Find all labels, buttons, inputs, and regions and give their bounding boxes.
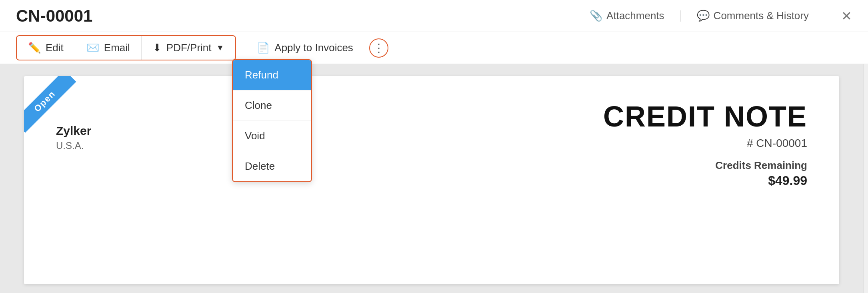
credits-remaining-label: Credits Remaining [603,159,807,172]
page-title: CN-00001 [16,6,92,26]
more-options-button[interactable]: ⋮ [369,38,388,58]
comments-history-button[interactable]: 💬 Comments & History [697,10,809,22]
header-divider-2 [825,10,825,22]
credit-note-title: CREDIT NOTE [603,100,807,133]
attachments-icon: 📎 [590,10,602,22]
close-button[interactable]: ✕ [841,8,852,24]
credits-remaining-value: $49.99 [603,173,807,188]
toolbar-primary-group: ✏️ Edit ✉️ Email ⬇ PDF/Print ▼ [16,35,236,60]
right-scrollbar[interactable] [863,64,868,293]
attachments-label: Attachments [606,10,664,22]
dropdown-item-refund[interactable]: Refund [233,60,311,90]
email-label: Email [104,42,130,54]
attachments-button[interactable]: 📎 Attachments [590,10,664,22]
email-button[interactable]: ✉️ Email [75,36,142,60]
edit-button[interactable]: ✏️ Edit [17,36,75,60]
dropdown-item-clone[interactable]: Clone [233,90,311,121]
dropdown-item-void[interactable]: Void [233,121,311,151]
pdf-icon: ⬇ [153,42,162,54]
apply-invoices-button[interactable]: 📄 Apply to Invoices [244,36,366,60]
document-paper: Open Zylker U.S.A. CREDIT NOTE # CN-0000… [24,76,839,284]
apply-invoices-label: Apply to Invoices [274,42,353,54]
content-area: Open Zylker U.S.A. CREDIT NOTE # CN-0000… [0,64,868,293]
header-divider [680,10,681,22]
dropdown-item-delete[interactable]: Delete [233,151,311,181]
pdf-print-button[interactable]: ⬇ PDF/Print ▼ [142,36,235,60]
comments-icon: 💬 [697,10,710,22]
comments-label: Comments & History [714,10,809,22]
more-options-dropdown: Refund Clone Void Delete [232,59,312,182]
edit-label: Edit [46,42,64,54]
document-area: Open Zylker U.S.A. CREDIT NOTE # CN-0000… [0,64,863,293]
edit-icon: ✏️ [28,42,41,54]
more-icon: ⋮ [373,41,384,54]
invoice-icon: 📄 [257,42,270,54]
pdf-dropdown-arrow-icon: ▼ [216,43,224,52]
header: CN-00001 📎 Attachments 💬 Comments & Hist… [0,0,868,32]
pdf-print-label: PDF/Print [166,42,212,54]
credit-note-number: # CN-00001 [603,137,807,150]
credit-note-section: CREDIT NOTE # CN-00001 Credits Remaining… [603,100,807,188]
status-ribbon: Open [24,76,76,132]
header-actions: 📎 Attachments 💬 Comments & History ✕ [590,8,852,24]
toolbar: ✏️ Edit ✉️ Email ⬇ PDF/Print ▼ 📄 Apply t… [0,32,868,64]
status-ribbon-wrapper: Open [24,76,88,140]
email-icon: ✉️ [86,42,99,54]
